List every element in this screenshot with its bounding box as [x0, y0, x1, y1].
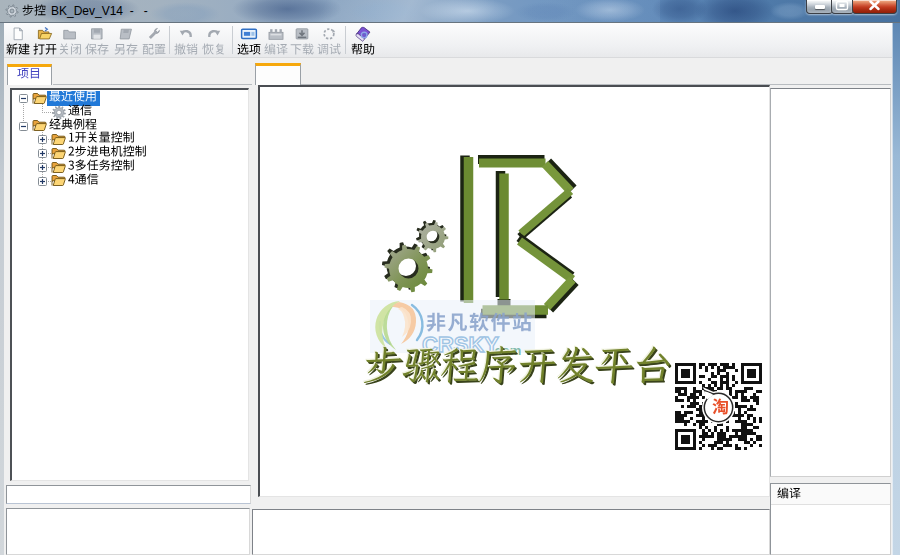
svg-text:?: ?	[362, 31, 366, 38]
